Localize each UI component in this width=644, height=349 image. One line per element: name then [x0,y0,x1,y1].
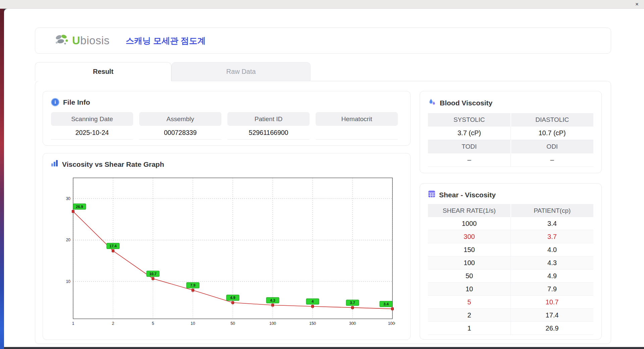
patient-cp-cell: 3.7 [511,230,593,243]
bv-header-cell: DIASTOLIC [511,113,594,127]
info-icon: i [51,98,59,106]
patient-cp-cell: 17.4 [511,309,593,321]
svg-text:30: 30 [66,196,71,201]
app-window: Ubiosis 스캐닝 모세관 점도계 Result Raw Data i Fi… [4,9,644,347]
field-value [316,126,398,140]
bv-value-cell: 3.7 (cP) [428,127,511,140]
bar-chart-icon [51,160,58,168]
droplet-icon [428,98,436,108]
shear-rate-cell: 2 [428,309,511,321]
svg-text:10.7: 10.7 [149,272,156,276]
svg-text:1000: 1000 [388,321,395,326]
table-grid-icon [428,190,435,199]
shear-table-row: 3003.7 [428,230,593,243]
shear-table-row: 107.9 [428,283,593,296]
bv-header-cell: SYSTOLIC [428,113,511,127]
chart-area: 10203026.917.410.77.94.94.343.73.4125105… [60,173,402,333]
field-label: Assembly [139,112,221,126]
field-value: 000728339 [139,126,221,140]
shear-rate-cell: 5 [428,296,511,308]
svg-text:3.4: 3.4 [383,302,389,306]
file-info-field: Patient ID52961166900 [227,112,310,140]
blood-viscosity-table: SYSTOLICDIASTOLIC3.7 (cP)10.7 (cP)TODIOD… [428,113,593,167]
svg-text:4.3: 4.3 [270,298,275,302]
shear-rate-cell: 50 [428,269,511,282]
shear-rate-cell: 150 [428,243,511,256]
patient-cp-cell: 26.9 [511,322,593,335]
shear-table-row: 1004.3 [428,256,593,269]
field-label: Scanning Date [51,112,133,126]
svg-text:50: 50 [230,321,235,326]
logo-text: Ubiosis [72,34,110,47]
patient-cp-cell: 3.4 [511,217,593,230]
shear-table-row: 217.4 [428,309,593,322]
bv-header-row: SYSTOLICDIASTOLIC [428,113,593,127]
svg-text:3.7: 3.7 [350,301,355,305]
tab-raw-data[interactable]: Raw Data [171,62,311,81]
patient-cp-cell: 4.9 [511,269,593,282]
shear-table: SHEAR RATE(1/s) PATIENT(cp) 10003.43003.… [428,204,593,335]
bv-header-cell: ODI [511,140,594,153]
bv-header-row: TODIODI [428,140,593,153]
shear-rate-cell: 300 [428,230,511,243]
shear-table-row: 10003.4 [428,217,593,230]
file-info-fields: Scanning Date2025-10-24Assembly000728339… [51,112,402,140]
tab-bar: Result Raw Data [35,62,644,81]
patient-cp-cell: 10.7 [511,296,593,308]
bv-value-cell: – [511,153,593,167]
tab-result[interactable]: Result [35,62,171,81]
close-icon[interactable]: × [632,0,642,8]
bv-value-row: –– [428,153,593,167]
shear-rate-cell: 100 [428,256,511,269]
bv-value-cell: 10.7 (cP) [511,127,593,140]
shear-rate-column-header: SHEAR RATE(1/s) [428,204,511,217]
svg-text:5: 5 [152,321,154,326]
shear-table-header: SHEAR RATE(1/s) PATIENT(cp) [428,204,593,217]
field-value: 2025-10-24 [51,126,133,140]
page-title: 스캐닝 모세관 점도계 [126,35,206,46]
svg-text:10: 10 [66,279,71,284]
viscosity-chart: 10203026.917.410.77.94.94.343.73.4125105… [60,173,395,332]
shear-table-body: 10003.43003.71504.01004.3504.9107.9510.7… [428,217,593,335]
bv-header-cell: TODI [428,140,511,153]
blood-viscosity-card: Blood Viscosity SYSTOLICDIASTOLIC3.7 (cP… [420,91,602,173]
svg-text:17.4: 17.4 [109,244,117,248]
shear-table-row: 504.9 [428,269,593,283]
titlebar: × [0,0,644,9]
shear-rate-cell: 10 [428,283,511,295]
svg-text:4.9: 4.9 [230,296,235,300]
bv-value-row: 3.7 (cP)10.7 (cP) [428,127,593,140]
file-info-field: Hematocrit [316,112,398,140]
svg-text:150: 150 [309,321,316,326]
shear-table-row: 510.7 [428,296,593,309]
svg-text:1: 1 [72,321,74,326]
patient-cp-cell: 4.0 [511,243,593,256]
shear-rate-cell: 1000 [428,217,511,230]
graph-title: Viscosity vs Shear Rate Graph [62,160,164,168]
ubiosis-logo: Ubiosis [54,33,110,48]
blood-viscosity-title: Blood Viscosity [440,99,492,107]
svg-text:2: 2 [112,321,114,326]
ubiosis-logo-icon [54,33,69,48]
bv-value-cell: – [428,153,511,167]
file-info-field: Assembly000728339 [139,112,221,140]
file-info-card: i File Info Scanning Date2025-10-24Assem… [43,91,411,146]
svg-text:26.9: 26.9 [76,205,83,209]
svg-text:100: 100 [269,321,276,326]
patient-cp-cell: 4.3 [511,256,593,269]
svg-text:10: 10 [191,321,195,326]
result-panel: i File Info Scanning Date2025-10-24Assem… [35,81,611,344]
shear-viscosity-title: Shear - Viscosity [439,191,496,199]
field-value: 52961166900 [227,126,310,140]
patient-cp-cell: 7.9 [511,283,593,295]
field-label: Patient ID [227,112,310,126]
shear-table-row: 126.9 [428,322,593,335]
file-info-field: Scanning Date2025-10-24 [51,112,133,140]
shear-viscosity-card: Shear - Viscosity SHEAR RATE(1/s) PATIEN… [420,183,602,340]
desktop-background-strip [0,9,4,349]
svg-text:7.9: 7.9 [190,283,195,287]
shear-table-row: 1504.0 [428,243,593,256]
field-label: Hematocrit [316,112,398,126]
svg-text:4: 4 [312,299,314,303]
shear-rate-cell: 1 [428,322,511,335]
